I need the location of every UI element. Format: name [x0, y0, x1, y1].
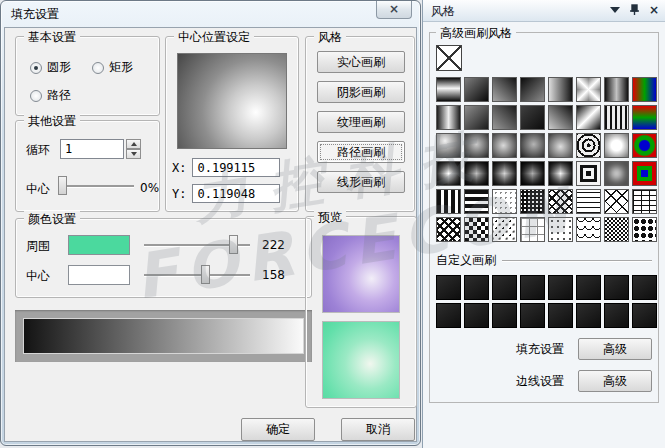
texture-brush-button[interactable]: 纹理画刷: [317, 111, 405, 133]
brush-style-pat-circles[interactable]: [632, 217, 657, 242]
center-position-preview[interactable]: [177, 53, 287, 149]
pin-icon[interactable]: [629, 4, 640, 16]
brush-style-rad-c1[interactable]: [464, 133, 489, 158]
brush-style-pat-blocks[interactable]: [464, 217, 489, 242]
custom-brush-swatch[interactable]: [576, 303, 601, 328]
center-slider[interactable]: [62, 176, 134, 196]
brush-style-pat-brick[interactable]: [632, 189, 657, 214]
brush-style-grad-diagline[interactable]: [576, 105, 601, 130]
brush-style-grad-d2[interactable]: [492, 77, 517, 102]
dialog-titlebar[interactable]: 填充设置 ×: [1, 1, 420, 27]
brush-style-rad-tl[interactable]: [436, 133, 461, 158]
brush-style-pat-weave[interactable]: [436, 217, 461, 242]
custom-brush-swatch[interactable]: [464, 275, 489, 300]
chevron-down-icon[interactable]: [610, 7, 620, 13]
shadow-brush-button[interactable]: 阴影画刷: [317, 81, 405, 103]
custom-brush-swatch[interactable]: [464, 303, 489, 328]
brush-style-pat-grid[interactable]: [520, 217, 545, 242]
brush-style-pat-checker[interactable]: [604, 217, 629, 242]
brush-style-dia-4[interactable]: [520, 161, 545, 186]
custom-brush-swatch[interactable]: [436, 275, 461, 300]
brush-style-dia-5[interactable]: [548, 161, 573, 186]
close-button[interactable]: ×: [376, 1, 412, 19]
x-input[interactable]: [192, 158, 280, 177]
brush-style-stripes-v[interactable]: [604, 105, 629, 130]
radio-path[interactable]: 路径: [30, 87, 71, 104]
cancel-button[interactable]: 取消: [341, 418, 415, 441]
surround-color-slider[interactable]: [144, 235, 250, 255]
brush-style-grad-d5[interactable]: [492, 105, 517, 130]
custom-brush-swatch[interactable]: [548, 303, 573, 328]
custom-brush-swatch[interactable]: [520, 303, 545, 328]
brush-style-rad-c4[interactable]: [548, 133, 573, 158]
brush-style-rgb-square[interactable]: [632, 161, 657, 186]
custom-brush-swatch[interactable]: [492, 303, 517, 328]
surround-slider-thumb[interactable]: [229, 235, 238, 254]
brush-style-rad-big[interactable]: [604, 133, 629, 158]
custom-brush-swatch[interactable]: [520, 275, 545, 300]
custom-brush-swatch[interactable]: [576, 275, 601, 300]
brush-style-grad-v2[interactable]: [548, 105, 573, 130]
brush-style-dia-1[interactable]: [436, 161, 461, 186]
spinner-up-icon[interactable]: [126, 139, 141, 149]
surround-color-swatch[interactable]: [68, 235, 130, 255]
edge-advanced-button[interactable]: 高级: [578, 370, 652, 392]
loop-input[interactable]: [60, 139, 124, 159]
panel-close-icon[interactable]: ×: [649, 4, 659, 16]
line-brush-button[interactable]: 线形画刷: [317, 171, 405, 193]
brush-style-rad-c3[interactable]: [520, 133, 545, 158]
brush-style-dia-2[interactable]: [464, 161, 489, 186]
brush-style-pat-dash-h[interactable]: [436, 189, 461, 214]
brush-style-sq-white[interactable]: [604, 161, 629, 186]
custom-brush-swatch[interactable]: [632, 303, 657, 328]
brush-style-pat-dash-v[interactable]: [464, 189, 489, 214]
custom-brush-swatch[interactable]: [632, 275, 657, 300]
brush-style-pat-diamonddots[interactable]: [492, 217, 517, 242]
brush-style-dia-3[interactable]: [492, 161, 517, 186]
brush-style-pat-diagbrick[interactable]: [604, 189, 629, 214]
brush-style-rings[interactable]: [576, 133, 601, 158]
brush-style-pat-scales[interactable]: [576, 217, 601, 242]
brush-style-grad-d4[interactable]: [464, 105, 489, 130]
center-color-swatch[interactable]: [68, 265, 130, 285]
brush-style-rgb-v[interactable]: [632, 77, 657, 102]
brush-style-sq-rings[interactable]: [576, 161, 601, 186]
brush-style-rad-c2[interactable]: [492, 133, 517, 158]
center-slider-track[interactable]: [62, 185, 134, 187]
center-color-slider-thumb[interactable]: [201, 265, 210, 284]
radio-circle[interactable]: 圆形: [30, 59, 71, 76]
ok-button[interactable]: 确定: [241, 418, 315, 441]
y-input[interactable]: [192, 184, 280, 203]
brush-style-grad-hband[interactable]: [436, 77, 461, 102]
brush-style-pat-zigzag[interactable]: [548, 189, 573, 214]
custom-brush-swatch[interactable]: [604, 275, 629, 300]
custom-brush-swatch[interactable]: [436, 303, 461, 328]
path-brush-button[interactable]: 路径画刷: [317, 141, 405, 163]
fill-advanced-button[interactable]: 高级: [578, 338, 652, 360]
brush-style-grad-v1[interactable]: [548, 77, 573, 102]
center-slider-thumb[interactable]: [58, 176, 67, 195]
custom-brush-swatch[interactable]: [604, 303, 629, 328]
brush-style-grad-xcross[interactable]: [576, 77, 601, 102]
brush-style-pat-dots[interactable]: [548, 217, 573, 242]
brush-style-grad-d6[interactable]: [520, 105, 545, 130]
brush-style-pat-wave[interactable]: [576, 189, 601, 214]
brush-style-grad-d3[interactable]: [520, 77, 545, 102]
style-panel-header[interactable]: 风格 ×: [423, 0, 665, 22]
brush-style-rgb-h[interactable]: [632, 105, 657, 130]
radio-rectangle[interactable]: 矩形: [92, 59, 133, 76]
brush-style-pat-dots-dense[interactable]: [520, 189, 545, 214]
brush-style-rgb-circle[interactable]: [632, 133, 657, 158]
spinner-down-icon[interactable]: [126, 149, 141, 159]
center-color-slider[interactable]: [144, 265, 250, 285]
no-brush-swatch[interactable]: [436, 45, 462, 71]
solid-brush-button[interactable]: 实心画刷: [317, 51, 405, 73]
brush-style-grad-d1[interactable]: [464, 77, 489, 102]
brush-style-grad-vband2[interactable]: [436, 105, 461, 130]
loop-spinner[interactable]: [126, 139, 141, 159]
custom-brush-swatch[interactable]: [548, 275, 573, 300]
custom-brush-swatch[interactable]: [492, 275, 517, 300]
brush-style-pat-dots-light[interactable]: [492, 189, 517, 214]
center-color-slider-track[interactable]: [144, 274, 250, 276]
brush-style-grad-vband[interactable]: [604, 77, 629, 102]
